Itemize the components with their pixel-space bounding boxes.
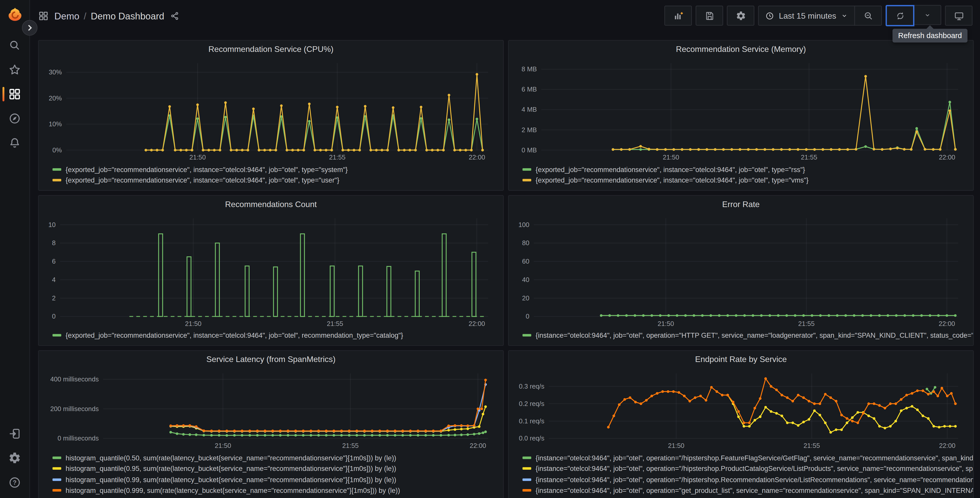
svg-text:30%: 30%: [49, 69, 62, 76]
legend-label: histogram_quantile(0.99, sum(rate(latenc…: [66, 476, 396, 483]
legend-item[interactable]: histogram_quantile(0.999, sum(rate(laten…: [52, 485, 498, 496]
legend-swatch: [522, 467, 531, 470]
svg-text:21:55: 21:55: [798, 320, 815, 327]
panel-service-latency: Service Latency (from SpanMetrics) 21:50…: [38, 350, 504, 498]
active-indicator: [3, 87, 4, 101]
svg-text:22:00: 22:00: [939, 442, 956, 449]
sidebar-item-explore[interactable]: [0, 106, 29, 131]
legend-item[interactable]: {instance="otelcol:9464", job="otel", op…: [522, 474, 968, 485]
legend-label: {instance="otelcol:9464", job="otel", op…: [536, 332, 973, 339]
error-rate-chart[interactable]: 21:5021:5522:00020406080100: [514, 212, 968, 329]
sidebar-item-settings[interactable]: [0, 445, 29, 470]
panel-title[interactable]: Service Latency (from SpanMetrics): [39, 351, 503, 367]
legend-item[interactable]: {exported_job="recommendationservice", i…: [522, 175, 968, 186]
svg-text:21:50: 21:50: [658, 320, 674, 327]
legend-item[interactable]: {instance="otelcol:9464", job="otel", op…: [522, 463, 968, 474]
main-area: Demo / Demo Dashboard: [30, 0, 980, 498]
legend-item[interactable]: {exported_job="recommendationservice", i…: [52, 175, 498, 186]
svg-text:20%: 20%: [49, 94, 62, 102]
svg-text:22:00: 22:00: [469, 320, 485, 327]
breadcrumb-dashboard[interactable]: Demo Dashboard: [91, 10, 164, 21]
panel-title[interactable]: Recommendations Count: [39, 196, 503, 212]
panel-title[interactable]: Endpoint Rate by Service: [509, 351, 973, 367]
add-panel-button[interactable]: [665, 6, 692, 26]
legend-swatch: [52, 456, 61, 459]
grafana-app: ? Demo / Demo Dashboard: [0, 0, 980, 498]
zoom-out-button[interactable]: [854, 6, 882, 26]
endpoint-rate-chart[interactable]: 21:5021:5522:000.0 req/s0.1 req/s0.2 req…: [514, 367, 968, 451]
panel-error-rate: Error Rate 21:5021:5522:00020406080100 {…: [508, 195, 974, 346]
legend-item[interactable]: {exported_job="recommendationservice", i…: [52, 330, 498, 341]
legend-label: {exported_job="recommendationservice", i…: [66, 166, 348, 173]
svg-text:22:00: 22:00: [939, 154, 955, 161]
legend-label: {exported_job="recommendationservice", i…: [536, 176, 808, 184]
time-range-label: Last 15 minutes: [779, 11, 837, 21]
legend-swatch: [522, 456, 531, 459]
svg-text:80: 80: [522, 239, 530, 246]
svg-text:22:00: 22:00: [469, 154, 485, 161]
time-range-picker[interactable]: Last 15 minutes: [758, 6, 855, 26]
legend-label: {instance="otelcol:9464", job="otel", op…: [536, 476, 973, 483]
legend-swatch: [52, 179, 61, 182]
sidebar-item-starred[interactable]: [0, 57, 29, 82]
legend-item[interactable]: histogram_quantile(0.50, sum(rate(latenc…: [52, 452, 498, 463]
dashboard-settings-button[interactable]: [727, 6, 755, 26]
svg-text:0.3 req/s: 0.3 req/s: [519, 383, 544, 390]
legend-item[interactable]: histogram_quantile(0.99, sum(rate(latenc…: [52, 474, 498, 485]
sidebar-item-search[interactable]: [0, 33, 29, 57]
sidebar-item-help[interactable]: ?: [0, 470, 29, 494]
svg-text:2: 2: [52, 295, 56, 302]
sidebar-item-dashboards[interactable]: [0, 82, 29, 106]
legend-item[interactable]: {exported_job="recommendationservice", i…: [52, 164, 498, 175]
svg-text:100: 100: [519, 221, 529, 228]
svg-text:2 MB: 2 MB: [522, 126, 537, 134]
sidebar-item-alerting[interactable]: [0, 131, 29, 155]
chart-svg: 21:5021:5522:000%10%20%30%: [44, 57, 498, 163]
cpu-chart[interactable]: 21:5021:5522:000%10%20%30%: [44, 57, 498, 163]
svg-text:4 MB: 4 MB: [522, 106, 537, 113]
legend-item[interactable]: histogram_quantile(0.95, sum(rate(latenc…: [52, 463, 498, 474]
svg-text:21:55: 21:55: [803, 442, 820, 449]
svg-text:6: 6: [52, 258, 56, 265]
memory-chart[interactable]: 21:5021:5522:000 MB2 MB4 MB6 MB8 MB: [514, 57, 968, 163]
error-rate-legend: {instance="otelcol:9464", job="otel", op…: [509, 329, 973, 345]
service-latency-legend: histogram_quantile(0.50, sum(rate(latenc…: [39, 451, 503, 498]
breadcrumb-folder[interactable]: Demo: [54, 10, 80, 21]
svg-text:22:00: 22:00: [470, 442, 486, 449]
breadcrumb-separator: /: [84, 10, 86, 21]
svg-text:?: ?: [13, 479, 16, 486]
legend-item[interactable]: {instance="otelcol:9464", job="otel", op…: [522, 485, 968, 496]
svg-text:40: 40: [522, 276, 530, 283]
panel-title[interactable]: Error Rate: [509, 196, 973, 212]
svg-text:200 milliseconds: 200 milliseconds: [50, 405, 99, 412]
save-dashboard-button[interactable]: [696, 6, 723, 26]
service-latency-chart[interactable]: 21:5021:5522:000 milliseconds200 millise…: [44, 367, 498, 451]
cpu-legend: {exported_job="recommendationservice", i…: [39, 163, 503, 190]
cycle-view-mode-button[interactable]: [945, 6, 973, 26]
legend-label: histogram_quantile(0.95, sum(rate(latenc…: [66, 465, 396, 472]
refresh-interval-dropdown[interactable]: [914, 5, 942, 25]
legend-swatch: [522, 334, 531, 337]
dashboard-grid: Recommendation Service (CPU%) 21:5021:55…: [30, 31, 980, 498]
recommendations-count-chart[interactable]: 21:5021:5522:000246810: [44, 212, 498, 329]
sidebar-expand-button[interactable]: [22, 20, 38, 35]
legend-swatch: [52, 478, 61, 481]
legend-label: {exported_job="recommendationservice", i…: [66, 176, 339, 184]
refresh-dashboard-button[interactable]: [886, 5, 915, 26]
svg-text:0 milliseconds: 0 milliseconds: [57, 434, 99, 442]
legend-item[interactable]: {exported_job="recommendationservice", i…: [522, 164, 968, 175]
sidebar-bottom-group: ?: [0, 421, 29, 498]
legend-item[interactable]: {instance="otelcol:9464", job="otel", op…: [522, 452, 968, 463]
legend-item[interactable]: {instance="otelcol:9464", job="otel", op…: [522, 330, 968, 341]
svg-text:21:55: 21:55: [342, 442, 359, 449]
grafana-logo-icon[interactable]: [6, 7, 23, 23]
svg-text:0.1 req/s: 0.1 req/s: [519, 417, 544, 425]
sidebar-item-sign-in[interactable]: [0, 421, 29, 445]
panel-title[interactable]: Recommendation Service (Memory): [509, 41, 973, 57]
panel-title[interactable]: Recommendation Service (CPU%): [39, 41, 503, 57]
share-icon[interactable]: [170, 11, 179, 21]
svg-text:60: 60: [522, 258, 530, 265]
svg-text:0.0 req/s: 0.0 req/s: [519, 434, 544, 442]
svg-text:10: 10: [48, 221, 56, 228]
chart-svg: 21:5021:5522:000246810: [44, 212, 498, 329]
